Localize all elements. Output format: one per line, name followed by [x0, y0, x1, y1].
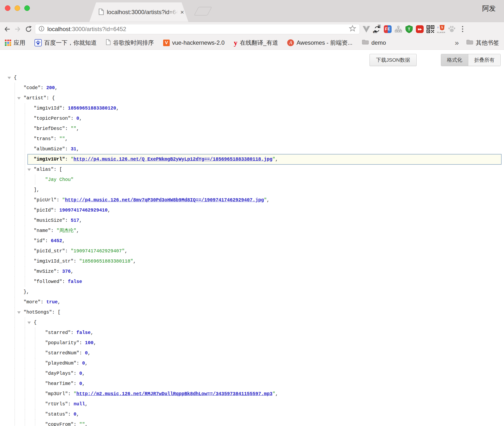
baidu-paw-icon [34, 39, 42, 46]
json-token: "status" [45, 412, 68, 417]
json-token: true [46, 299, 58, 305]
video-downloader-icon[interactable]: ▶▶ [416, 25, 424, 33]
json-token: : [68, 412, 74, 417]
indent-guide [25, 266, 25, 277]
json-row: "followed": false [0, 277, 504, 287]
indent-guide [15, 317, 15, 328]
bookmark-item-awesomes[interactable]: A Awesomes - 前端资... [287, 39, 352, 47]
json-token: "starred" [45, 330, 71, 335]
json-token: { [14, 75, 17, 80]
indent-guide [25, 358, 25, 368]
bookmark-star-icon[interactable] [349, 25, 356, 33]
json-token: , [85, 422, 88, 426]
json-row: "img1v1Id_str": "18569651883380118", [0, 256, 504, 266]
download-json-button[interactable]: 下载JSON数据 [370, 54, 417, 66]
other-bookmarks-folder[interactable]: 其他书签 [466, 39, 499, 47]
reload-button[interactable] [24, 25, 33, 33]
json-line-text: "mp3Url": "http://m2.music.126.net/RMJR7… [0, 389, 504, 399]
bookmark-item-youdao[interactable]: y 在线翻译_有道 [234, 39, 278, 47]
apps-grid-icon [5, 40, 11, 46]
vue-devtools-icon[interactable] [362, 25, 370, 33]
html5-player-icon[interactable]: s 5 PLAYER [437, 25, 445, 33]
json-token: false [76, 330, 91, 335]
json-token: , [133, 259, 136, 264]
collapse-toggle-icon[interactable] [17, 97, 21, 100]
json-token: : [71, 330, 76, 335]
json-token: , [85, 401, 88, 407]
json-row: }, [0, 287, 504, 297]
json-row: "picUrl": "http://p4.music.126.net/8mv7q… [0, 195, 504, 205]
json-line-text: "topicPerson": 0, [0, 113, 504, 124]
indent-guide [25, 175, 25, 185]
page-favicon-icon [99, 9, 104, 16]
json-token: "id" [34, 238, 45, 244]
indent-guide [15, 113, 15, 124]
indent-guide [25, 328, 25, 338]
json-token: "briefDesc" [34, 126, 65, 131]
indent-guide [25, 389, 25, 399]
indent-guide [25, 134, 25, 144]
json-token: , [267, 197, 270, 203]
json-row: "hearTime": 0, [0, 379, 504, 389]
indent-guide [15, 103, 15, 113]
json-token: "picId_str" [34, 248, 65, 254]
minimize-window-button[interactable] [15, 5, 20, 11]
bookmark-item-baidu[interactable]: 百度一下，你就知道 [34, 39, 97, 47]
json-token: "more" [24, 299, 41, 305]
indent-guide [25, 419, 25, 426]
json-line-text: "musicSize": 517, [0, 215, 504, 226]
collapse-toggle-icon[interactable] [27, 322, 31, 324]
bookmark-folder-demo[interactable]: demo [362, 39, 386, 46]
indent-guide [35, 175, 35, 185]
json-line-text: "hearTime": 0, [0, 379, 504, 389]
fe-toolbox-icon[interactable]: FE [384, 25, 392, 33]
close-window-button[interactable] [5, 5, 10, 11]
collapse-toggle-icon[interactable] [8, 77, 11, 79]
back-button[interactable] [3, 25, 11, 33]
youdao-translate-icon[interactable]: en 英 [373, 25, 381, 33]
bookmark-item-google-sort[interactable]: 谷歌按时间排序 [106, 39, 154, 47]
qrcode-icon[interactable] [426, 25, 435, 33]
new-tab-button[interactable] [194, 7, 212, 16]
collapse-toggle-icon[interactable] [17, 311, 21, 314]
green-shield-extension-icon[interactable]: T [405, 25, 413, 33]
json-url-link[interactable]: http://m2.music.126.net/RMJR7wDullRqppBk… [76, 391, 272, 397]
json-token: "" [71, 126, 76, 131]
json-token: : [71, 116, 76, 121]
translate-lang-label: 英 [378, 24, 381, 29]
forward-button[interactable] [14, 25, 22, 33]
page-icon [106, 39, 111, 47]
bookmarks-overflow-button[interactable]: » [455, 39, 459, 47]
browser-tab[interactable]: localhost:3000/artists?id=645 × [89, 2, 188, 22]
page-info-icon[interactable] [39, 26, 44, 33]
json-token: false [68, 279, 82, 284]
url-input[interactable]: localhost:3000/artists?id=6452 [47, 26, 346, 33]
json-line-text: { [0, 73, 504, 83]
collapse-all-button[interactable]: 折叠所有 [468, 54, 500, 66]
profile-name[interactable]: 阿发 [482, 4, 496, 13]
json-token: : [ [52, 310, 60, 315]
zoom-window-button[interactable] [24, 5, 30, 11]
bookmark-item-vue-hackernews[interactable]: V vue-hackernews-2.0 [163, 39, 225, 46]
indent-guide [35, 379, 35, 389]
collapse-toggle-icon[interactable] [27, 169, 31, 171]
sitemap-icon[interactable] [394, 25, 403, 33]
paw-extension-icon[interactable] [448, 25, 456, 33]
json-url-link[interactable]: http://p4.music.126.net/Q_ExePNkmgB2yWyL… [74, 157, 272, 162]
tab-close-button[interactable]: × [180, 9, 184, 15]
format-button[interactable]: 格式化 [441, 54, 468, 66]
bookmark-item-apps[interactable]: 应用 [5, 39, 25, 47]
indent-guide [15, 215, 15, 226]
tab-title: localhost:3000/artists?id=645 [107, 9, 178, 16]
json-token: "dayPlays" [45, 371, 74, 376]
json-token: "img1v1Url" [34, 157, 65, 162]
json-token: "picId" [34, 208, 54, 213]
json-token: : [54, 136, 59, 142]
chrome-menu-icon[interactable] [458, 25, 467, 33]
json-url-link[interactable]: http://p4.music.126.net/8mv7qP30Pd3oHW8b… [65, 197, 264, 203]
json-token: "18569651883380118" [79, 259, 133, 264]
indent-guide [35, 368, 35, 379]
indent-guide [15, 379, 15, 389]
bookmark-label: vue-hackernews-2.0 [172, 39, 225, 46]
address-bar[interactable]: localhost:3000/artists?id=6452 [35, 24, 360, 34]
